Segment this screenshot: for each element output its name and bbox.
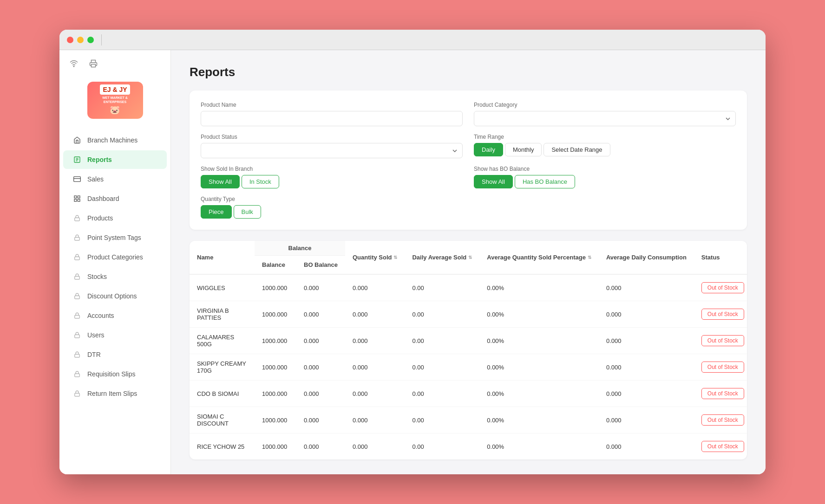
sidebar-item-return-item-slips[interactable]: Return Item Slips	[63, 384, 167, 403]
show-all-bo-btn[interactable]: Show All	[474, 175, 513, 188]
filter-group-time-range: Time Range Daily Monthly Select Date Ran…	[474, 134, 736, 158]
time-btn-monthly[interactable]: Monthly	[505, 143, 542, 156]
sidebar-item-label: Stocks	[87, 273, 107, 280]
filter-group-qty-type: Quantity Type Piece Bulk	[201, 196, 463, 219]
sidebar-item-reports[interactable]: Reports	[63, 150, 167, 169]
cell-status: Out of Stock	[694, 274, 747, 301]
th-name: Name	[190, 241, 255, 274]
status-badge: Out of Stock	[701, 414, 744, 426]
cell-balance: 1000.000	[255, 381, 296, 407]
sidebar-item-product-categories[interactable]: Product Categories	[63, 248, 167, 266]
time-range-label: Time Range	[474, 134, 736, 140]
piece-btn[interactable]: Piece	[201, 205, 232, 219]
product-name-input[interactable]	[201, 111, 463, 126]
sidebar-item-label: Branch Machines	[87, 136, 138, 144]
cell-avg-daily: 0.000	[599, 407, 694, 433]
close-button[interactable]	[67, 37, 73, 43]
filter-row-4: Quantity Type Piece Bulk	[201, 196, 736, 219]
print-icon[interactable]	[86, 57, 100, 71]
show-all-btn[interactable]: Show All	[201, 175, 240, 188]
sidebar-nav: Branch Machines Reports	[59, 128, 170, 474]
status-badge: Out of Stock	[701, 335, 744, 346]
status-badge: Out of Stock	[701, 441, 744, 452]
cell-balance: 1000.000	[255, 354, 296, 381]
table-row: CDO B SIOMAI 1000.000 0.000 0.000 0.00 0…	[190, 381, 747, 407]
sidebar-item-dashboard[interactable]: Dashboard	[63, 189, 167, 208]
filter-group-product-category: Product Category	[474, 102, 736, 126]
sidebar-item-dtr[interactable]: DTR	[63, 345, 167, 364]
has-bo-balance-btn[interactable]: Has BO Balance	[515, 175, 575, 188]
lock-icon	[72, 291, 82, 301]
status-badge: Out of Stock	[701, 388, 744, 399]
time-btn-daily[interactable]: Daily	[474, 143, 503, 156]
sidebar: EJ & JY WET MARKET & ENTERPRISES 🐷	[59, 50, 171, 474]
cell-qty-sold: 0.000	[345, 328, 405, 354]
sidebar-item-requisition-slips[interactable]: Requisition Slips	[63, 365, 167, 383]
cell-daily-avg: 0.00	[405, 301, 479, 328]
cell-name: RICE YCHOW 25	[190, 433, 255, 460]
time-btn-select-date-range[interactable]: Select Date Range	[543, 143, 610, 156]
cell-qty-sold: 0.000	[345, 354, 405, 381]
wifi-icon[interactable]	[67, 57, 81, 71]
sidebar-item-stocks[interactable]: Stocks	[63, 267, 167, 286]
cell-daily-avg: 0.00	[405, 328, 479, 354]
status-badge: Out of Stock	[701, 309, 744, 320]
table-row: SKIPPY CREAMY 170G 1000.000 0.000 0.000 …	[190, 354, 747, 381]
cell-avg-daily: 0.000	[599, 354, 694, 381]
minimize-button[interactable]	[77, 37, 84, 43]
table-row: VIRGINIA B PATTIES 1000.000 0.000 0.000 …	[190, 301, 747, 328]
svg-rect-3	[74, 177, 81, 182]
cell-name: VIRGINIA B PATTIES	[190, 301, 255, 328]
show-bo-label: Show has BO Balance	[474, 166, 736, 172]
cell-bo-balance: 0.000	[296, 328, 345, 354]
table-body: WIGGLES 1000.000 0.000 0.000 0.00 0.00% …	[190, 274, 747, 459]
show-sold-buttons: Show All In Stock	[201, 175, 463, 188]
table-row: RICE YCHOW 25 1000.000 0.000 0.000 0.00 …	[190, 433, 747, 460]
lock-icon	[72, 252, 82, 262]
app-body: EJ & JY WET MARKET & ENTERPRISES 🐷	[59, 50, 766, 474]
sidebar-item-accounts[interactable]: Accounts	[63, 306, 167, 325]
sidebar-item-label: Products	[87, 214, 113, 222]
svg-rect-10	[75, 237, 80, 240]
sidebar-item-discount-options[interactable]: Discount Options	[63, 287, 167, 305]
filter-row-1: Product Name Product Category	[201, 102, 736, 126]
sidebar-item-sales[interactable]: Sales	[63, 170, 167, 188]
cell-status: Out of Stock	[694, 301, 747, 328]
cell-avg-pct: 0.00%	[479, 407, 599, 433]
bulk-btn[interactable]: Bulk	[234, 205, 261, 219]
cell-balance: 1000.000	[255, 407, 296, 433]
cell-name: SKIPPY CREAMY 170G	[190, 354, 255, 381]
sidebar-item-label: Product Categories	[87, 253, 143, 261]
product-status-select[interactable]	[201, 143, 463, 158]
titlebar-divider	[101, 34, 102, 45]
sort-icon: ⇅	[393, 255, 397, 260]
cell-qty-sold: 0.000	[345, 274, 405, 301]
product-category-select[interactable]	[474, 111, 736, 126]
maximize-button[interactable]	[87, 37, 94, 43]
cell-bo-balance: 0.000	[296, 433, 345, 460]
in-stock-btn[interactable]: In Stock	[242, 175, 279, 188]
sidebar-item-branch-machines[interactable]: Branch Machines	[63, 131, 167, 149]
cell-avg-pct: 0.00%	[479, 381, 599, 407]
cell-avg-pct: 0.00%	[479, 433, 599, 460]
sidebar-item-label: Reports	[87, 156, 112, 163]
sidebar-item-products[interactable]: Products	[63, 209, 167, 227]
cell-name: SIOMAI C DISCOUNT	[190, 407, 255, 433]
reports-icon	[72, 155, 82, 164]
th-balance: Balance	[255, 256, 296, 275]
filter-group-product-name: Product Name	[201, 102, 463, 126]
cell-qty-sold: 0.000	[345, 381, 405, 407]
sidebar-item-point-system-tags[interactable]: Point System Tags	[63, 228, 167, 247]
svg-rect-14	[75, 315, 80, 318]
cell-avg-daily: 0.000	[599, 433, 694, 460]
svg-rect-5	[74, 196, 77, 198]
sidebar-item-label: Discount Options	[87, 292, 137, 300]
svg-rect-12	[75, 276, 80, 279]
home-icon	[72, 136, 82, 145]
sidebar-item-users[interactable]: Users	[63, 326, 167, 344]
filter-group-show-bo: Show has BO Balance Show All Has BO Bala…	[474, 166, 736, 188]
cell-avg-pct: 0.00%	[479, 301, 599, 328]
reports-table: Name Balance Quantity Sold ⇅	[190, 241, 747, 459]
svg-rect-16	[75, 354, 80, 357]
cell-status: Out of Stock	[694, 433, 747, 460]
